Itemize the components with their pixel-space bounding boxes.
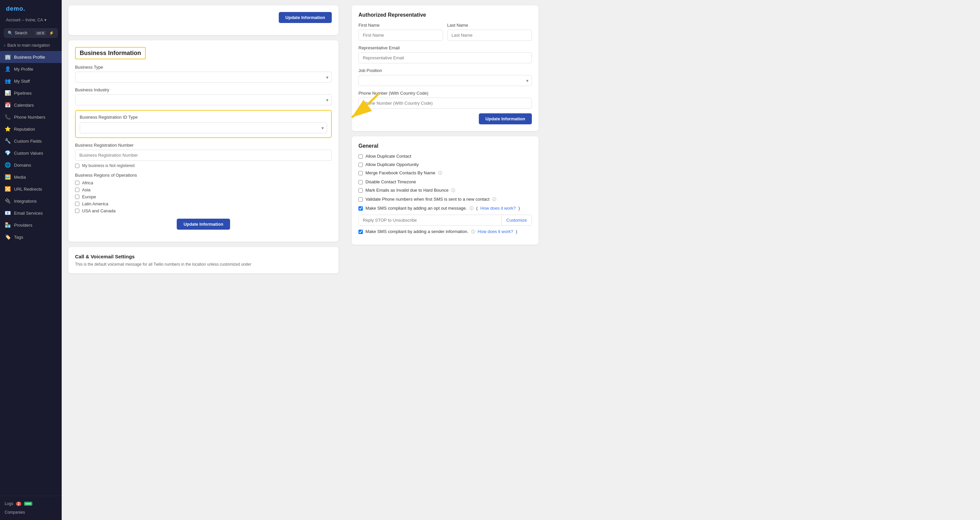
sidebar-item-tags[interactable]: 🏷️Tags	[0, 231, 62, 243]
bottom-update-button-container: Update Information	[75, 219, 332, 230]
pipelines-icon: 📊	[5, 90, 11, 96]
custom-values-icon: 💎	[5, 150, 11, 156]
job-position-label: Job Position	[358, 68, 532, 73]
general-item-validate-phone: Validate Phone numbers when first SMS is…	[358, 197, 532, 202]
sidebar-item-label: My Profile	[14, 67, 33, 72]
authorized-rep-card: Authorized Representative First Name Las…	[352, 5, 539, 131]
providers-icon: 🏪	[5, 222, 11, 228]
region-latin-america-checkbox[interactable]	[75, 202, 80, 206]
email-input[interactable]	[358, 52, 532, 63]
region-label: Latin America	[82, 201, 108, 206]
region-europe-checkbox[interactable]	[75, 195, 80, 199]
sidebar-item-label: Custom Fields	[14, 139, 42, 144]
first-name-input[interactable]	[358, 30, 443, 41]
business-type-group: Business Type	[75, 65, 332, 83]
link-make-sms-compliant[interactable]: How does it work?	[480, 206, 516, 211]
account-selector[interactable]: Account -- Irvine, CA ▾	[0, 16, 62, 26]
checkbox-make-sms-compliant[interactable]	[358, 206, 363, 211]
sidebar-item-label: Tags	[14, 235, 23, 240]
region-item: USA and Canada	[75, 208, 332, 213]
search-icon: 🔍	[8, 31, 13, 35]
sidebar-item-domains[interactable]: 🌐Domains	[0, 159, 62, 171]
last-name-label: Last Name	[447, 23, 532, 28]
general-items-list: Allow Duplicate ContactAllow Duplicate O…	[358, 154, 532, 211]
sidebar-item-label: Integrations	[14, 199, 37, 204]
checkbox-allow-duplicate-opportunity[interactable]	[358, 163, 363, 167]
sidebar-item-integrations[interactable]: 🔌Integrations	[0, 195, 62, 207]
region-usa-and-canada-checkbox[interactable]	[75, 209, 80, 213]
business-info-title: Business Information	[75, 47, 146, 59]
back-navigation[interactable]: ‹ Back to main navigation	[0, 41, 62, 51]
custom-fields-icon: 🔧	[5, 138, 11, 144]
not-registered-checkbox[interactable]	[75, 164, 80, 168]
authorized-rep-title: Authorized Representative	[358, 12, 532, 18]
business-industry-label: Business Industry	[75, 87, 332, 92]
reply-stop-field: Customize	[358, 215, 532, 226]
checkbox-merge-facebook[interactable]	[358, 171, 363, 175]
general-item-allow-duplicate-opportunity: Allow Duplicate Opportunity	[358, 162, 532, 167]
chevron-down-icon: ▾	[45, 17, 46, 22]
card-header: Update Information	[75, 12, 332, 23]
business-industry-select[interactable]	[75, 94, 332, 105]
phone-input[interactable]	[358, 98, 532, 109]
regions-label: Business Regions of Operations	[75, 173, 332, 178]
region-africa-checkbox[interactable]	[75, 181, 80, 185]
sidebar-item-pipelines[interactable]: 📊Pipelines	[0, 87, 62, 99]
make-sender-checkbox[interactable]	[358, 230, 363, 234]
top-update-button[interactable]: Update Information	[279, 12, 332, 23]
checkbox-mark-emails-invalid[interactable]	[358, 188, 363, 192]
sidebar-item-my-staff[interactable]: 👥My Staff	[0, 75, 62, 87]
not-registered-label: My business is Not registered	[82, 163, 134, 168]
sidebar-item-calendars[interactable]: 📅Calendars	[0, 99, 62, 111]
sidebar-item-custom-fields[interactable]: 🔧Custom Fields	[0, 135, 62, 147]
badge-logs: 2	[16, 502, 21, 506]
region-label: USA and Canada	[82, 208, 115, 213]
sidebar-item-providers[interactable]: 🏪Providers	[0, 219, 62, 231]
checkbox-validate-phone[interactable]	[358, 197, 363, 202]
sidebar-item-email-services[interactable]: 📧Email Services	[0, 207, 62, 219]
sidebar-item-business-profile[interactable]: 🏢Business Profile	[0, 51, 62, 63]
phone-numbers-icon: 📞	[5, 114, 11, 120]
sidebar-bottom-logs[interactable]: Logs2new	[5, 499, 57, 508]
job-position-select[interactable]	[358, 75, 532, 86]
back-arrow-icon: ‹	[4, 43, 5, 48]
registration-number-group: Business Registration Number My business…	[75, 143, 332, 168]
sidebar-item-custom-values[interactable]: 💎Custom Values	[0, 147, 62, 159]
reply-stop-input[interactable]	[359, 215, 501, 225]
rep-update-button[interactable]: Update Information	[479, 113, 532, 124]
sidebar-item-label: My Staff	[14, 79, 30, 84]
sidebar-item-media[interactable]: 🖼️Media	[0, 171, 62, 183]
registration-number-input[interactable]	[75, 149, 332, 161]
sidebar-item-phone-numbers[interactable]: 📞Phone Numbers	[0, 111, 62, 123]
sidebar-item-label: Media	[14, 175, 25, 180]
customize-button[interactable]: Customize	[501, 215, 531, 225]
sidebar-bottom-companies[interactable]: Companies	[5, 508, 57, 517]
region-label: Europe	[82, 194, 96, 199]
business-industry-select-wrapper	[75, 94, 332, 105]
sender-how-link[interactable]: How does it work?	[478, 229, 513, 234]
checkbox-allow-duplicate-contact[interactable]	[358, 154, 363, 159]
first-name-group: First Name	[358, 23, 443, 41]
last-name-input[interactable]	[447, 30, 532, 41]
registration-id-type-select[interactable]	[80, 122, 327, 134]
not-registered-group: My business is Not registered	[75, 163, 332, 168]
job-position-select-wrapper	[358, 75, 532, 86]
sidebar-item-label: Custom Values	[14, 151, 43, 156]
bottom-update-button[interactable]: Update Information	[177, 219, 230, 230]
sidebar-item-my-profile[interactable]: 👤My Profile	[0, 63, 62, 75]
business-type-select[interactable]	[75, 72, 332, 83]
search-bar[interactable]: 🔍 Search ctrl K ⚡	[4, 28, 58, 38]
call-settings-description: This is the default voicemail message fo…	[75, 262, 332, 267]
general-item-allow-duplicate-contact: Allow Duplicate Contact	[358, 154, 532, 159]
region-asia-checkbox[interactable]	[75, 188, 80, 192]
info-icon-mark-emails-invalid: ⓘ	[451, 188, 455, 193]
sidebar-item-reputation[interactable]: ⭐Reputation	[0, 123, 62, 135]
right-panel: Authorized Representative First Name Las…	[345, 0, 545, 520]
region-item: Europe	[75, 194, 332, 199]
my-profile-icon: 👤	[5, 66, 11, 72]
sidebar-item-url-redirects[interactable]: 🔀URL Redirects	[0, 183, 62, 195]
info-icon-validate-phone: ⓘ	[492, 197, 496, 202]
sidebar-item-label: Business Profile	[14, 55, 45, 60]
checkbox-disable-contact-timezone[interactable]	[358, 180, 363, 184]
general-item-make-sms-compliant: Make SMS compliant by adding an opt out …	[358, 206, 532, 211]
